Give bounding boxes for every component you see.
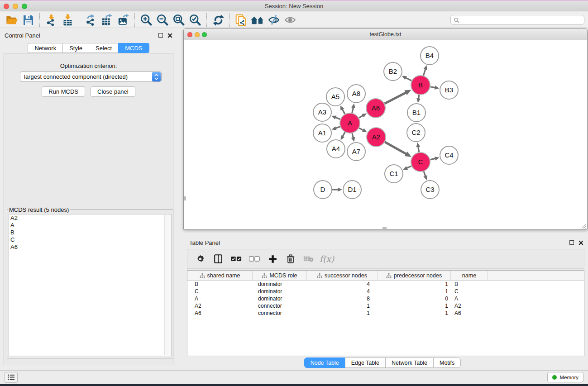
table-cell[interactable]: 8 xyxy=(307,295,378,302)
show-all-button[interactable] xyxy=(282,13,298,27)
zoom-network-window-button[interactable] xyxy=(202,32,207,37)
graph-edge[interactable] xyxy=(406,78,411,81)
run-mcds-button[interactable]: Run MCDS xyxy=(42,86,85,97)
table-cell[interactable]: 4 xyxy=(307,288,378,295)
network-window-titlebar[interactable]: testGlobe.txt xyxy=(184,29,587,40)
import-network-button[interactable] xyxy=(43,13,59,27)
table-row[interactable]: A6connector11A6 xyxy=(187,310,584,317)
tab-mcds[interactable]: MCDS xyxy=(118,43,149,53)
table-cell[interactable]: C xyxy=(451,288,488,295)
export-table-button[interactable] xyxy=(99,13,115,27)
graph-edge[interactable] xyxy=(418,147,419,152)
graph-edge[interactable] xyxy=(342,109,345,114)
table-cell[interactable]: A2 xyxy=(187,302,253,310)
graph-edge[interactable] xyxy=(419,95,419,99)
graph-edge[interactable] xyxy=(359,128,363,130)
graph-edge[interactable] xyxy=(352,133,353,138)
table-settings-button[interactable] xyxy=(192,251,208,267)
graph-edge[interactable] xyxy=(406,166,411,168)
home-browser-button[interactable] xyxy=(249,13,266,27)
table-cell[interactable]: A6 xyxy=(187,310,253,317)
table-cell[interactable]: 1 xyxy=(378,281,451,288)
graph-edge[interactable] xyxy=(343,132,345,137)
list-scrollbar[interactable] xyxy=(164,215,171,355)
table-cell[interactable]: A6 xyxy=(451,310,488,317)
zoom-fit-button[interactable] xyxy=(171,13,187,27)
table-cell[interactable]: 1 xyxy=(307,310,378,317)
open-session-button[interactable] xyxy=(4,13,20,27)
tab-motifs[interactable]: Motifs xyxy=(433,357,461,368)
graph-edge[interactable] xyxy=(430,87,435,88)
network-canvas[interactable]: B4B2BB3A5A8A6A3B1AA1C2A2A4A7C4CC1C3DD1 xyxy=(184,41,587,229)
clone-network-button[interactable] xyxy=(233,13,249,27)
tab-network-table[interactable]: Network Table xyxy=(385,357,433,368)
graph-edge[interactable] xyxy=(424,172,425,176)
table-cell[interactable]: A2 xyxy=(451,302,488,310)
float-panel-icon[interactable] xyxy=(158,33,163,38)
tab-edge-table[interactable]: Edge Table xyxy=(345,357,385,368)
table-row[interactable]: Bdominator41B xyxy=(187,281,584,288)
zoom-window-button[interactable] xyxy=(22,4,27,9)
deselect-all-button[interactable] xyxy=(246,251,263,267)
hide-selected-button[interactable] xyxy=(266,13,282,27)
apply-layout-button[interactable] xyxy=(210,13,226,27)
table-cell[interactable]: 1 xyxy=(378,288,451,295)
column-header-successor-nodes[interactable]: successor nodes xyxy=(307,271,378,280)
mcds-result-item[interactable]: C xyxy=(9,236,171,243)
minimize-window-button[interactable] xyxy=(13,4,18,9)
show-columns-button[interactable] xyxy=(210,251,226,267)
table-row[interactable]: Adominator80A xyxy=(187,295,584,302)
save-session-button[interactable] xyxy=(20,13,36,27)
close-panel-button[interactable]: Close panel xyxy=(91,86,135,97)
float-table-panel-icon[interactable] xyxy=(569,240,574,245)
table-cell[interactable]: dominator xyxy=(253,295,307,302)
tab-style[interactable]: Style xyxy=(62,43,89,53)
task-history-button[interactable] xyxy=(5,372,18,383)
select-all-button[interactable] xyxy=(228,251,244,267)
zoom-in-button[interactable] xyxy=(138,13,154,27)
table-cell[interactable]: dominator xyxy=(253,288,307,295)
close-panel-icon[interactable] xyxy=(167,33,172,38)
table-cell[interactable]: 0 xyxy=(378,295,451,302)
tab-node-table[interactable]: Node Table xyxy=(304,357,345,368)
import-table-button[interactable] xyxy=(59,13,76,27)
column-header-mcds-role[interactable]: MCDS role xyxy=(253,271,307,280)
table-cell[interactable]: dominator xyxy=(253,281,307,288)
graph-edge[interactable] xyxy=(430,158,435,160)
table-cell[interactable]: B xyxy=(187,281,253,288)
mcds-result-item[interactable]: A xyxy=(9,222,171,229)
export-network-button[interactable] xyxy=(82,13,99,27)
add-column-button[interactable] xyxy=(264,251,281,267)
graph-edge[interactable] xyxy=(385,142,406,154)
close-table-panel-icon[interactable] xyxy=(578,240,583,245)
table-cell[interactable]: connector xyxy=(253,310,307,317)
table-cell[interactable]: 1 xyxy=(307,302,378,310)
graph-edge[interactable] xyxy=(335,117,340,119)
close-network-window-button[interactable] xyxy=(187,32,192,37)
table-cell[interactable]: B xyxy=(451,281,488,288)
table-row[interactable]: A2connector11A2 xyxy=(187,302,584,310)
table-cell[interactable]: 4 xyxy=(307,281,378,288)
graph-edge[interactable] xyxy=(352,107,354,113)
zoom-selected-button[interactable] xyxy=(187,13,203,27)
delete-column-button[interactable] xyxy=(282,251,299,267)
tab-network[interactable]: Network xyxy=(28,43,62,53)
criterion-select[interactable]: largest connected component (directed) xyxy=(20,71,162,82)
mcds-result-item[interactable]: A2 xyxy=(9,214,171,222)
graph-edge[interactable] xyxy=(423,69,425,76)
table-cell[interactable]: 1 xyxy=(378,302,451,310)
graph-edge[interactable] xyxy=(359,115,363,118)
column-header-predecessor-nodes[interactable]: predecessor nodes xyxy=(378,271,451,280)
table-cell[interactable]: A xyxy=(187,295,253,302)
zoom-out-button[interactable] xyxy=(154,13,171,27)
column-header-shared-name[interactable]: shared name xyxy=(187,271,253,280)
search-input[interactable] xyxy=(461,17,581,23)
export-image-button[interactable] xyxy=(115,13,131,27)
table-cell[interactable]: 1 xyxy=(378,310,451,317)
graph-edge[interactable] xyxy=(335,127,340,129)
tab-select[interactable]: Select xyxy=(89,43,118,53)
memory-button[interactable]: Memory xyxy=(547,372,583,382)
mcds-result-item[interactable]: A6 xyxy=(9,243,171,251)
mcds-result-list[interactable]: A2ABCA6 xyxy=(9,214,172,356)
graph-edge[interactable] xyxy=(385,92,406,103)
